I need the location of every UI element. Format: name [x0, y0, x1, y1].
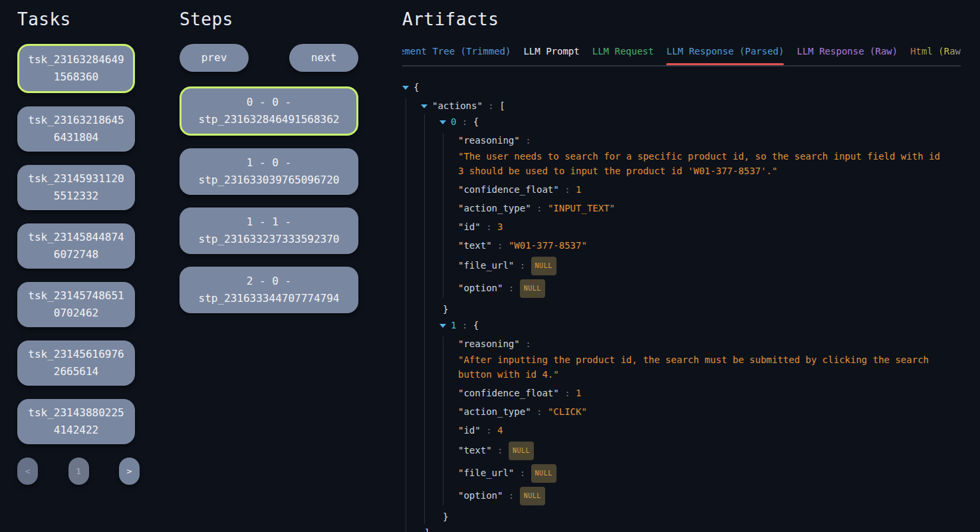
json-string-value: "The user needs to search for a specific… [458, 149, 947, 178]
json-key: "reasoning" [458, 135, 520, 146]
json-entry: "file_url" : NULL [458, 464, 961, 483]
null-badge: NULL [520, 487, 545, 505]
tab-llm-prompt[interactable]: LLM Prompt [523, 46, 579, 65]
json-number-value: 4 [497, 425, 503, 436]
null-badge: NULL [531, 257, 556, 275]
task-list: tsk_231632846491568360tsk_23163218645643… [17, 44, 135, 444]
null-badge: NULL [520, 279, 545, 298]
json-line: } [443, 302, 961, 317]
json-line: ] [424, 525, 961, 532]
steps-title: Steps [180, 9, 358, 29]
json-token: : [520, 135, 531, 146]
json-string-value: "After inputting the product id, the sea… [458, 352, 947, 382]
tasks-title: Tasks [17, 9, 135, 29]
json-token: : [559, 184, 576, 195]
json-line: "id" : 4 [458, 423, 961, 438]
json-string-value: "W01-377-8537" [509, 240, 587, 251]
task-button[interactable]: tsk_231438802254142422 [17, 399, 135, 444]
task-button[interactable]: tsk_231458448746072748 [17, 223, 135, 269]
json-children: "reasoning" :"The user needs to search f… [443, 133, 961, 298]
tab-llm-response-raw[interactable]: LLM Response (Raw) [796, 46, 898, 65]
json-token: : [492, 445, 509, 456]
tab-html-raw[interactable]: Html (Raw) [910, 46, 961, 65]
pagination-page-button[interactable]: 1 [68, 458, 89, 485]
json-token: : [483, 100, 499, 111]
null-badge: NULL [531, 464, 556, 483]
collapse-toggle-icon[interactable] [402, 86, 409, 90]
tasks-panel: Tasks tsk_231632846491568360tsk_23163218… [17, 8, 135, 485]
tab-element-tree-trimmed[interactable]: Element Tree (Trimmed) [402, 46, 511, 65]
json-entry: "action_type" : "INPUT_TEXT" [458, 201, 961, 215]
json-children: 0 : {"reasoning" :"The user needs to sea… [424, 114, 961, 524]
json-line: "action_type" : "CLICK" [458, 404, 961, 419]
json-token: : [503, 490, 519, 501]
json-line: "reasoning" : [458, 133, 961, 148]
json-key: "reasoning" [458, 338, 520, 349]
next-step-button[interactable]: next [289, 44, 358, 72]
json-entry: "reasoning" :"The user needs to search f… [458, 133, 961, 178]
json-token: : [456, 320, 473, 331]
json-line: } [443, 509, 961, 524]
tab-llm-response-parsed[interactable]: LLM Response (Parsed) [666, 46, 784, 65]
null-badge: NULL [509, 442, 534, 460]
json-token: : [531, 406, 548, 417]
task-button[interactable]: tsk_231459311205512332 [17, 165, 135, 210]
json-token: : [514, 260, 531, 271]
json-key: "text" [458, 445, 492, 456]
task-button[interactable]: tsk_231456169762665614 [17, 340, 135, 386]
step-button[interactable]: 1 - 0 - stp_231633039765096720 [180, 148, 358, 195]
json-node: 0 : {"reasoning" :"The user needs to sea… [439, 114, 961, 317]
pagination-prev-button[interactable]: < [17, 458, 38, 485]
step-button[interactable]: 0 - 0 - stp_231632846491568362 [180, 86, 358, 136]
step-button[interactable]: 1 - 1 - stp_231633237333592370 [180, 207, 358, 254]
json-key: "actions" [432, 100, 483, 111]
json-entry: "text" : NULL [458, 442, 961, 460]
json-line: "confidence_float" : 1 [458, 182, 961, 197]
json-token: : [481, 221, 497, 232]
tab-llm-request[interactable]: LLM Request [592, 46, 654, 65]
json-tree: {"actions" : [0 : {"reasoning" :"The use… [402, 80, 961, 532]
json-entry: "id" : 3 [458, 219, 961, 234]
json-line: "file_url" : NULL [458, 257, 961, 275]
json-token: : [559, 388, 576, 398]
json-line: "option" : NULL [458, 279, 961, 298]
json-entry: "confidence_float" : 1 [458, 386, 961, 400]
task-button[interactable]: tsk_231632846491568360 [17, 44, 135, 93]
json-token: : [503, 283, 519, 293]
json-token: } [443, 304, 448, 315]
collapse-toggle-icon[interactable] [439, 120, 446, 124]
step-list: 0 - 0 - stp_2316328464915683621 - 0 - st… [180, 86, 358, 313]
json-line: "confidence_float" : 1 [458, 386, 961, 400]
json-node: {"actions" : [0 : {"reasoning" :"The use… [402, 80, 961, 532]
json-key: "action_type" [458, 406, 531, 417]
json-key: "id" [458, 425, 481, 436]
json-line: "text" : "W01-377-8537" [458, 238, 961, 253]
json-line: "reasoning" : [458, 336, 961, 351]
json-token: : [492, 240, 509, 251]
json-key: "confidence_float" [458, 388, 559, 398]
artifact-tabs: Element Tree (Trimmed)LLM PromptLLM Requ… [402, 45, 961, 66]
collapse-toggle-icon[interactable] [421, 104, 428, 108]
step-button[interactable]: 2 - 0 - stp_231633344707774794 [180, 267, 358, 313]
json-token: : [481, 425, 497, 436]
json-token: : [531, 203, 548, 213]
json-children: "reasoning" :"After inputting the produc… [443, 336, 961, 505]
collapse-toggle-icon[interactable] [439, 324, 446, 328]
json-string-value: "INPUT_TEXT" [548, 203, 615, 213]
task-button[interactable]: tsk_231632186456431804 [17, 106, 135, 152]
prev-step-button[interactable]: prev [180, 44, 249, 72]
json-key: "id" [458, 221, 481, 232]
json-children: "actions" : [0 : {"reasoning" :"The user… [406, 98, 961, 532]
json-token: { [473, 116, 479, 127]
json-key: "file_url" [458, 260, 514, 271]
json-token: ] [424, 527, 429, 532]
json-entry: "confidence_float" : 1 [458, 182, 961, 197]
json-key: "file_url" [458, 467, 514, 478]
json-entry: "text" : "W01-377-8537" [458, 238, 961, 253]
pagination-next-button[interactable]: > [119, 458, 140, 485]
tasks-pagination: < 1 > [17, 458, 140, 485]
json-line: 0 : { [439, 114, 961, 129]
task-button[interactable]: tsk_231457486510702462 [17, 282, 135, 327]
json-token: { [473, 320, 479, 331]
step-nav-row: prev next [180, 44, 358, 72]
